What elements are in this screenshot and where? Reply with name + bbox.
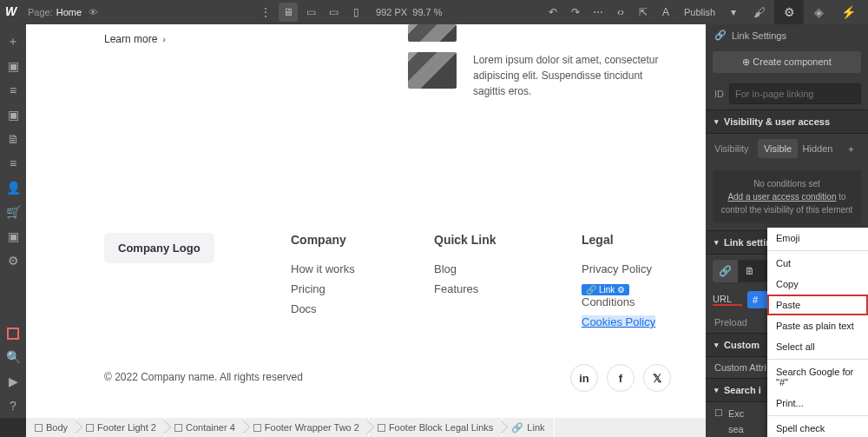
chevron-right-icon: › — [162, 35, 165, 44]
crumb-footer-block[interactable]: Footer Block Legal Links — [369, 418, 503, 437]
copyright-text: © 2022 Company name. All rights reserved — [104, 371, 303, 383]
style-tab-icon[interactable]: 🖌 — [745, 0, 774, 24]
add-visibility-icon[interactable]: ＋ — [843, 142, 859, 156]
visible-option[interactable]: Visible — [758, 139, 798, 158]
settings-tab-icon[interactable]: ⚙ — [774, 0, 804, 24]
company-logo[interactable]: Company Logo — [104, 233, 214, 263]
preload-label: Preload — [714, 317, 753, 328]
twitter-icon[interactable]: 𝕏 — [643, 364, 671, 392]
article-thumbnail — [408, 24, 457, 42]
breadcrumb: Body Footer Light 2 Container 4 Footer W… — [26, 418, 706, 437]
crumb-footer-light[interactable]: Footer Light 2 — [77, 418, 166, 437]
users-icon[interactable]: 👤 — [4, 179, 22, 196]
code-icon[interactable]: ‹› — [611, 3, 630, 22]
mobile-portrait-icon[interactable]: ▯ — [346, 3, 365, 22]
menu-dots-icon[interactable]: ⋮ — [256, 3, 275, 22]
context-spell-check[interactable]: Spell check — [767, 418, 868, 437]
zoom-value[interactable]: 99.7 — [412, 7, 431, 17]
footer-col-quicklink: Quick Link Blog Features — [434, 233, 496, 302]
footer-heading: Legal — [582, 233, 671, 247]
context-search-google[interactable]: Search Google for "#" — [767, 361, 868, 393]
undo-icon[interactable]: ↶ — [543, 3, 562, 22]
page-name[interactable]: Home — [56, 7, 82, 17]
article-excerpt: Lorem ipsum dolor sit amet, consectetur … — [473, 52, 673, 99]
top-toolbar: W Page: Home 👁 ⋮ 🖥 ▭ ▭ ▯ 992 PX 99.7 % ↶… — [0, 0, 868, 24]
crumb-footer-wrapper[interactable]: Footer Wrapper Two 2 — [245, 418, 369, 437]
components-icon[interactable]: ▣ — [4, 106, 22, 123]
footer-col-legal: Legal Privacy Policy 🔗 Link ⚙ Conditions… — [582, 233, 671, 335]
crumb-container[interactable]: Container 4 — [166, 418, 245, 437]
tablet-view-icon[interactable]: ▭ — [301, 3, 320, 22]
context-print[interactable]: Print... — [767, 393, 868, 414]
footer-heading: Quick Link — [434, 233, 496, 247]
learn-more-link[interactable]: Learn more› — [104, 33, 166, 45]
add-condition-link[interactable]: Add a user access condition — [727, 192, 836, 202]
cookies-policy-link-selected[interactable]: Cookies Policy — [582, 315, 655, 328]
page-label: Page: — [28, 7, 53, 17]
desktop-view-icon[interactable]: 🖥 — [279, 3, 298, 22]
context-select-all[interactable]: Select all — [767, 336, 868, 357]
add-element-icon[interactable]: ＋ — [4, 33, 22, 50]
publish-button[interactable]: Publish — [679, 3, 720, 22]
context-paste[interactable]: Paste — [767, 295, 868, 315]
footer-link[interactable]: 🔗 Link ⚙ Conditions — [582, 282, 671, 308]
visibility-section-header[interactable]: ▾Visibility & user access — [706, 109, 868, 134]
footer-heading: Company — [291, 233, 355, 247]
article-thumbnail — [408, 52, 457, 89]
link-settings-label: 🔗 Link Settings — [706, 24, 868, 46]
no-conditions-text: No conditions set — [720, 177, 854, 190]
canvas-width[interactable]: 992 — [376, 7, 391, 17]
chevron-down-icon[interactable]: ▾ — [724, 3, 743, 22]
apps-icon[interactable]: ▣ — [4, 228, 22, 245]
visibility-label: Visibility — [714, 143, 753, 154]
linkedin-icon[interactable]: in — [570, 364, 598, 392]
hidden-option[interactable]: Hidden — [798, 139, 838, 158]
design-canvas[interactable]: Learn more› Lorem ipsum dolor sit amet, … — [26, 24, 706, 418]
link-page-tab-icon[interactable]: 🗎 — [738, 260, 763, 282]
id-input[interactable] — [729, 83, 861, 104]
footer-link[interactable]: Pricing — [291, 282, 355, 295]
footer-link[interactable]: Features — [434, 282, 496, 295]
right-panel-tabs: 🖌 ⚙ ◈ ⚡ — [745, 0, 863, 24]
video-icon[interactable]: ▶ — [4, 373, 22, 390]
export-icon[interactable]: ⇱ — [634, 3, 653, 22]
context-menu: Emoji Cut Copy Paste Paste as plain text… — [767, 228, 868, 437]
footer-col-company: Company How it works Pricing Docs — [291, 233, 355, 322]
footer-link[interactable]: Blog — [434, 262, 496, 275]
footer-link[interactable]: How it works — [291, 262, 355, 275]
create-component-button[interactable]: ⊕ Create component — [713, 51, 861, 73]
footer-link[interactable]: Privacy Policy — [582, 262, 671, 275]
audit-icon[interactable]: A — [656, 3, 675, 22]
ecommerce-icon[interactable]: 🛒 — [4, 203, 22, 221]
social-links: in f 𝕏 — [570, 364, 671, 392]
crumb-link[interactable]: 🔗 Link — [503, 418, 554, 437]
eye-icon[interactable]: 👁 — [89, 7, 98, 17]
context-cut[interactable]: Cut — [767, 253, 868, 274]
mobile-landscape-icon[interactable]: ▭ — [324, 3, 343, 22]
element-tag[interactable]: 🔗 Link ⚙ — [582, 284, 629, 295]
style-manager-tab-icon[interactable]: ◈ — [804, 0, 833, 24]
comments-icon[interactable]: ⋯ — [589, 3, 608, 22]
search-icon[interactable]: 🔍 — [4, 348, 22, 366]
facebook-icon[interactable]: f — [607, 364, 635, 392]
context-copy[interactable]: Copy — [767, 274, 868, 295]
redo-icon[interactable]: ↷ — [566, 3, 585, 22]
link-url-tab-icon[interactable]: 🔗 — [713, 260, 738, 282]
id-label: ID — [714, 89, 724, 99]
assets-icon[interactable]: 🗎 — [4, 130, 22, 148]
cms-icon[interactable]: ≡ — [4, 155, 22, 172]
webflow-logo-icon[interactable]: W — [5, 4, 21, 20]
context-paste-plain[interactable]: Paste as plain text — [767, 315, 868, 336]
url-field-label: URL — [713, 294, 742, 306]
pages-icon[interactable]: ≡ — [4, 82, 22, 99]
settings-icon[interactable]: ⚙ — [4, 252, 22, 269]
audit-square-icon[interactable] — [7, 328, 19, 340]
help-icon[interactable]: ? — [4, 397, 22, 414]
footer-link[interactable]: Docs — [291, 302, 355, 315]
conditions-box: No conditions set Add a user access cond… — [713, 170, 861, 223]
interactions-tab-icon[interactable]: ⚡ — [833, 0, 863, 24]
navigator-icon[interactable]: ▣ — [4, 57, 22, 75]
context-emoji[interactable]: Emoji — [767, 228, 868, 248]
crumb-body[interactable]: Body — [26, 418, 77, 437]
left-toolbar: ＋ ▣ ≡ ▣ 🗎 ≡ 👤 🛒 ▣ ⚙ 🔍 ▶ ? — [0, 24, 26, 418]
